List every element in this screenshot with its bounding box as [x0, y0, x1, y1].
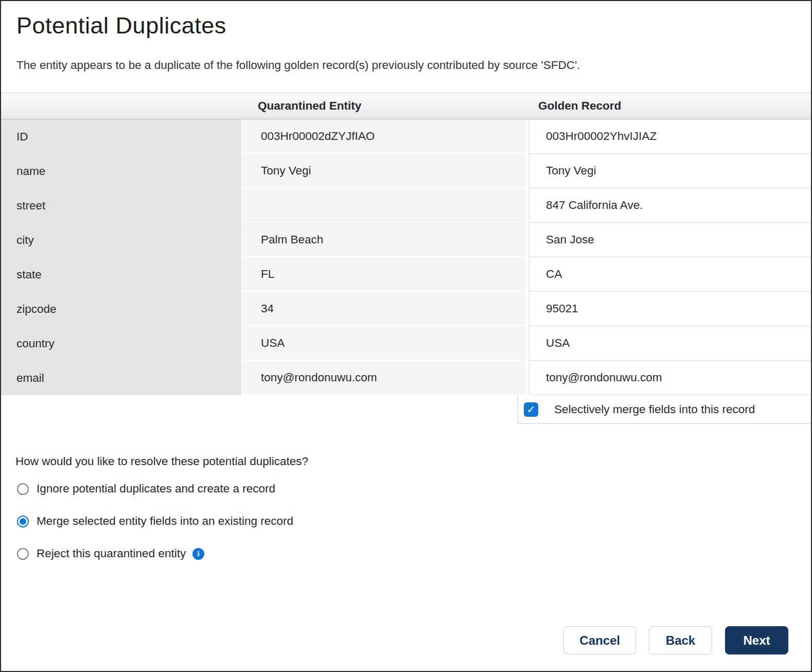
- page-title: Potential Duplicates: [16, 12, 796, 39]
- quarantined-name: Tony Vegi: [242, 154, 529, 188]
- golden-city: San Jose: [529, 223, 811, 257]
- golden-id: 003Hr00002YhvIJIAZ: [529, 119, 811, 154]
- golden-name: Tony Vegi: [529, 154, 811, 188]
- quarantined-country: USA: [242, 326, 529, 361]
- check-icon: ✓: [526, 404, 536, 415]
- golden-zipcode: 95021: [529, 292, 811, 326]
- option-ignore-duplicates[interactable]: Ignore potential duplicates and create a…: [1, 482, 811, 496]
- footer-actions: Cancel Back Next: [563, 626, 788, 655]
- row-label-city: city: [1, 223, 242, 257]
- option-reject-entity[interactable]: Reject this quarantined entity i: [1, 546, 811, 561]
- table-header-row: Quarantined Entity Golden Record: [1, 93, 811, 119]
- radio-button-ignore[interactable]: [17, 483, 29, 495]
- row-label-name: name: [1, 154, 242, 188]
- radio-button-merge[interactable]: [17, 516, 29, 527]
- next-button[interactable]: Next: [725, 626, 788, 655]
- selective-merge-checkbox[interactable]: ✓: [524, 402, 538, 417]
- quarantined-email: tony@rondonuwu.com: [242, 361, 529, 395]
- column-header-quarantined-entity: Quarantined Entity: [242, 99, 529, 113]
- golden-state: CA: [529, 257, 811, 292]
- selective-merge-label[interactable]: Selectively merge fields into this recor…: [554, 403, 755, 416]
- cancel-button[interactable]: Cancel: [563, 626, 636, 655]
- option-reject-label[interactable]: Reject this quarantined entity: [37, 547, 186, 560]
- golden-country: USA: [529, 326, 811, 361]
- potential-duplicates-dialog: Potential Duplicates The entity appears …: [0, 0, 812, 672]
- radio-button-reject[interactable]: [17, 548, 29, 560]
- duplicates-comparison-table: Quarantined Entity Golden Record ID 003H…: [1, 93, 811, 424]
- row-label-zipcode: zipcode: [1, 292, 242, 326]
- selective-merge-cell: ✓ Selectively merge fields into this rec…: [518, 395, 811, 424]
- table-body: ID 003Hr00002dZYJfIAO 003Hr00002YhvIJIAZ…: [1, 119, 811, 395]
- quarantined-city: Palm Beach: [242, 223, 529, 257]
- intro-text: The entity appears to be a duplicate of …: [16, 59, 796, 72]
- info-icon[interactable]: i: [192, 548, 204, 560]
- back-button[interactable]: Back: [649, 626, 712, 655]
- option-merge-fields[interactable]: Merge selected entity fields into an exi…: [1, 514, 811, 528]
- row-label-email: email: [1, 361, 242, 395]
- quarantined-id: 003Hr00002dZYJfIAO: [242, 119, 529, 154]
- golden-email: tony@rondonuwu.com: [529, 361, 811, 395]
- option-ignore-label[interactable]: Ignore potential duplicates and create a…: [37, 482, 275, 496]
- resolution-question: How would you like to resolve these pote…: [1, 455, 811, 468]
- row-label-state: state: [1, 257, 242, 292]
- row-label-country: country: [1, 326, 242, 361]
- quarantined-street: [242, 188, 529, 223]
- quarantined-zipcode: 34: [242, 292, 529, 326]
- row-label-id: ID: [1, 119, 242, 154]
- resolution-options: Ignore potential duplicates and create a…: [1, 482, 811, 561]
- row-label-street: street: [1, 188, 242, 223]
- golden-street: 847 California Ave.: [529, 188, 811, 223]
- column-header-golden-record: Golden Record: [529, 99, 811, 113]
- quarantined-state: FL: [242, 257, 529, 292]
- option-merge-label[interactable]: Merge selected entity fields into an exi…: [37, 515, 293, 528]
